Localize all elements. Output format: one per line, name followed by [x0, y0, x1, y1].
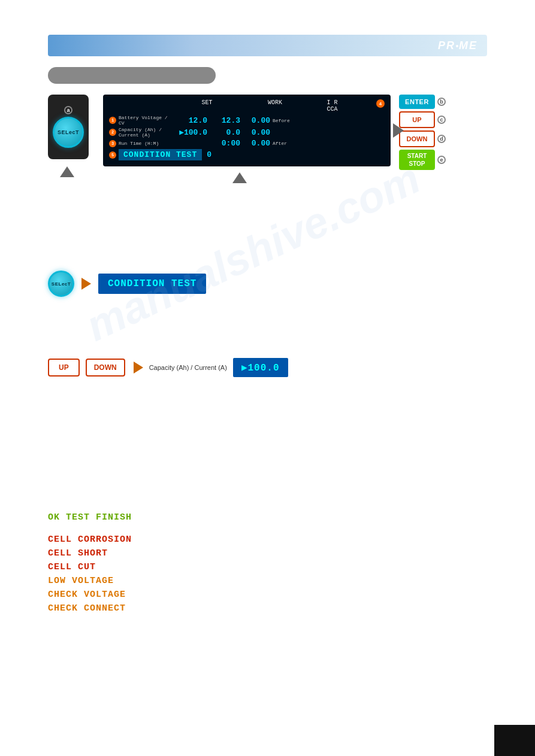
lcd-row-1: 1 Battery Voltage / CV 12.0 12.3 0.00 Be… [109, 115, 385, 126]
buttons-panel: ENTER b UP c DOWN d START STOP e [399, 95, 449, 170]
status-check-connect: CHECK CONNECT [48, 603, 132, 614]
lcd-screen: SET WORK I RCCA 4 1 Battery Voltage / CV… [103, 95, 391, 166]
step2-area: SELecT CONDITION TEST [48, 271, 206, 297]
circle-4: 4 [376, 99, 385, 108]
start-stop-row: START STOP e [399, 150, 449, 170]
title-bar [48, 67, 216, 84]
start-stop-button[interactable]: START STOP [399, 150, 435, 170]
arrow-right-step2 [81, 278, 91, 290]
lcd-work-2: 0.0 [207, 128, 240, 137]
lcd-num-5: 5 [109, 151, 116, 159]
lcd-ir-2: 0.00 [240, 128, 270, 137]
down-button[interactable]: DOWN [399, 130, 435, 147]
lcd-col-set: SET [201, 99, 212, 113]
lcd-col-ir: I RCCA [327, 99, 337, 113]
lcd-label-3: Run Time (H:M) [119, 141, 171, 146]
lcd-set-1: 12.0 [171, 116, 207, 125]
lcd-condition-row: 5 CONDITION TEST 0 [109, 149, 385, 160]
arrow-right-step3 [134, 362, 143, 374]
select-circle-step2[interactable]: SELecT [48, 271, 74, 297]
value-box-100: ▶100.0 [233, 358, 288, 377]
enter-button[interactable]: ENTER [399, 95, 435, 109]
lcd-after: After [273, 141, 287, 146]
step2-row: SELecT CONDITION TEST [48, 271, 206, 297]
start-label: START [407, 153, 427, 159]
select-circle-main[interactable]: SELecT [53, 117, 84, 148]
lcd-ir-3: 0.00 [240, 139, 270, 148]
arrow-up-lcd [232, 172, 247, 183]
status-cell-cut: CELL CUT [48, 562, 132, 572]
lcd-num-3: 3 [109, 140, 116, 147]
badge-e: e [437, 156, 446, 164]
lcd-condition-val: 0 [207, 150, 211, 159]
lcd-before: Before [273, 118, 290, 123]
brand-logo: PRME [438, 40, 477, 52]
status-cell-short: CELL SHORT [48, 548, 132, 558]
bottom-block [494, 725, 535, 756]
badge-c: c [437, 116, 446, 124]
lcd-row-2: 2 Capacity (Ah) / Current (A) ▶100.0 0.0… [109, 127, 385, 138]
status-area: OK TEST FINISH CELL CORROSION CELL SHORT… [48, 512, 132, 617]
lcd-work-3: 0:00 [207, 139, 240, 148]
capacity-label: Capacity (Ah) / Current (A) [149, 364, 227, 371]
down-button-step3[interactable]: DOWN [86, 359, 125, 377]
up-button[interactable]: UP [399, 111, 435, 128]
lcd-label-2: Capacity (Ah) / Current (A) [119, 127, 171, 138]
step3-row: UP DOWN Capacity (Ah) / Current (A) ▶100… [48, 358, 288, 377]
watermark: manualshive.com [78, 153, 427, 351]
status-ok: OK TEST FINISH [48, 512, 132, 523]
stop-label: STOP [409, 160, 425, 167]
up-row: UP c [399, 111, 449, 128]
status-cell-corrosion: CELL CORROSION [48, 535, 132, 545]
lcd-label-1: Battery Voltage / CV [119, 115, 171, 126]
arrow-up-select [60, 166, 74, 177]
badge-a: a [64, 106, 72, 114]
badge-d: d [437, 135, 446, 143]
up-button-step3[interactable]: UP [48, 359, 80, 377]
lcd-header: SET WORK I RCCA 4 [109, 99, 385, 113]
lcd-condition-text: CONDITION TEST [119, 149, 202, 160]
status-check-voltage: CHECK VOLTAGE [48, 590, 132, 600]
status-low-voltage: LOW VOLTAGE [48, 576, 132, 586]
select-button-a[interactable]: a SELecT [48, 95, 89, 159]
enter-row: ENTER b [399, 95, 449, 109]
down-row: DOWN d [399, 130, 449, 147]
lcd-ir-1: 0.00 [240, 116, 270, 125]
lcd-work-1: 12.3 [207, 116, 240, 125]
lcd-num-1: 1 [109, 117, 116, 124]
step3-area: UP DOWN Capacity (Ah) / Current (A) ▶100… [48, 358, 288, 377]
lcd-set-2: ▶100.0 [171, 127, 207, 137]
lcd-col-work: WORK [268, 99, 282, 113]
badge-b: b [437, 98, 446, 106]
lcd-row-3: 3 Run Time (H:M) 0:00 0.00 After [109, 139, 385, 148]
header-bar: PRME [48, 35, 487, 56]
lcd-num-2: 2 [109, 129, 116, 136]
arrow-right-buttons [393, 123, 404, 138]
condition-test-box: CONDITION TEST [98, 274, 206, 294]
